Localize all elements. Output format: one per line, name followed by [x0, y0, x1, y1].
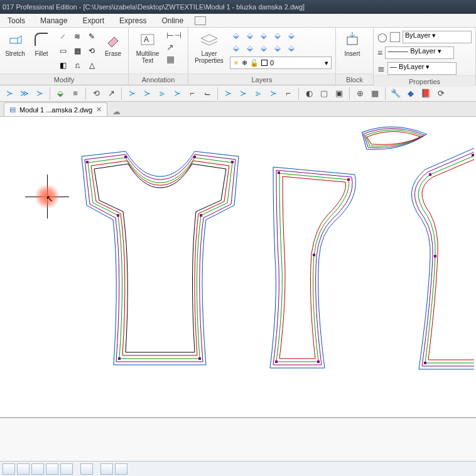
panel-layers: Layer Properties ⬙⬙⬙⬙⬙ ⬙⬙⬙⬙⬙ ☀ ❄ 🔓 0 ▾	[188, 28, 336, 85]
tool-icon[interactable]: ⌐	[281, 87, 295, 100]
status-button[interactable]	[100, 463, 113, 475]
status-button[interactable]	[31, 463, 44, 475]
tool-icon[interactable]: ≋	[71, 30, 84, 43]
current-layer-dropdown[interactable]: ☀ ❄ 🔓 0 ▾	[230, 57, 332, 69]
arrow-tool-icon[interactable]: ≻	[33, 87, 46, 100]
tool-icon[interactable]: ◧	[57, 59, 69, 72]
tool-icon[interactable]: ▦	[368, 87, 382, 100]
insert-button[interactable]: Insert	[340, 30, 365, 57]
tool-icon[interactable]: ⟳	[434, 87, 448, 100]
tool-icon[interactable]: △	[85, 59, 98, 72]
tool-icon[interactable]: ⎌	[71, 59, 84, 72]
menu-manage[interactable]: Manage	[33, 16, 75, 25]
arrow-tool-icon[interactable]: ≻	[125, 87, 139, 100]
menu-export[interactable]: Export	[75, 16, 112, 25]
tool-icon[interactable]: ⟲	[85, 45, 98, 57]
arrow-tool-icon[interactable]: ≻	[170, 87, 184, 100]
tool-icon[interactable]: ⊕	[353, 87, 367, 100]
layer-tool-icon[interactable]: ⬙	[257, 43, 270, 53]
status-button[interactable]	[3, 463, 15, 475]
lineweight-dropdown[interactable]: ——— ByLayer ▾	[385, 46, 454, 59]
layer-tool-icon[interactable]: ⬙	[230, 43, 242, 53]
layer-tool-icon[interactable]: ⬙	[285, 43, 298, 53]
color-icon[interactable]: ◯	[377, 32, 387, 42]
panel-properties: ◯ ByLayer ▾ ≡ ——— ByLayer ▾ ≣ — ByLayer …	[374, 28, 476, 85]
tool-icon[interactable]: ⬙	[53, 87, 67, 100]
tool-icon[interactable]: ⟲	[89, 87, 103, 100]
layer-properties-button[interactable]: Layer Properties	[192, 30, 226, 64]
svg-rect-17	[472, 154, 474, 156]
tool-icon[interactable]: ≡	[68, 87, 82, 100]
arrow-tool-icon[interactable]: ≻	[3, 87, 16, 100]
arrow-tool-icon[interactable]: ≻	[140, 87, 154, 100]
arrow-tool-icon[interactable]: ≫	[18, 87, 31, 100]
tool-icon[interactable]: 📕	[419, 87, 433, 100]
menu-online[interactable]: Online	[154, 16, 191, 25]
layer-tool-icon[interactable]: ⬙	[230, 30, 242, 40]
layer-tool-icon[interactable]: ⬙	[244, 30, 256, 40]
quick-toolbar: ≻ ≫ ≻ ⬙ ≡ ⟲ ↗ ≻ ≻ ⪢ ≻ ⌐ ⌙ ≻ ≻ ⪢ ≻ ⌐ ◐ ▢ …	[0, 85, 476, 102]
tool-icon[interactable]: ◐	[302, 87, 316, 100]
tool-icon[interactable]: ▣	[332, 87, 346, 100]
color-swatch	[390, 32, 400, 42]
menu-expand-icon[interactable]	[195, 16, 206, 25]
multiline-text-button[interactable]: A Multiline Text	[133, 30, 163, 64]
svg-rect-0	[10, 38, 18, 43]
tool-icon[interactable]: ▢	[317, 87, 331, 100]
stretch-button[interactable]: Stretch	[4, 30, 26, 57]
arrow-tool-icon[interactable]: ≻	[236, 87, 250, 100]
command-line-area[interactable]	[0, 417, 476, 461]
panel-annotation: A Multiline Text ⊢⊣ ↗ ▦ Annotation	[129, 28, 188, 85]
window-title: 017 Professional Edition - [C:\Users\iza…	[3, 3, 305, 11]
layer-tool-icon[interactable]: ⬙	[257, 30, 270, 40]
menu-express[interactable]: Express	[112, 16, 154, 25]
tool-icon[interactable]: ↗	[104, 87, 118, 100]
arrow-tool-icon[interactable]: ⪢	[155, 87, 169, 100]
svg-rect-20	[424, 362, 426, 364]
arrow-tool-icon[interactable]: ⪢	[251, 87, 265, 100]
linetype-icon[interactable]: ≣	[377, 63, 385, 73]
cloud-icon[interactable]: ☁	[112, 107, 121, 116]
bulb-icon: ☀	[233, 59, 239, 67]
status-button[interactable]	[46, 463, 58, 475]
tool-icon[interactable]: ◆	[404, 87, 418, 100]
table-icon[interactable]: ▦	[166, 54, 181, 64]
menubar: Tools Manage Export Express Online	[0, 14, 476, 28]
color-dropdown[interactable]: ByLayer ▾	[403, 31, 472, 43]
tool-icon[interactable]: ⌙	[200, 87, 214, 100]
svg-rect-12	[278, 171, 280, 174]
tool-icon[interactable]: ✎	[85, 30, 98, 43]
status-button[interactable]	[17, 463, 30, 475]
linetype-dropdown[interactable]: — ByLayer ▾	[387, 62, 457, 75]
status-button[interactable]	[60, 463, 73, 475]
tool-icon[interactable]: ▭	[57, 45, 69, 57]
document-tab[interactable]: ▤ Moduł 1 ...amska 2.dwg ✕	[4, 102, 107, 116]
window-titlebar: 017 Professional Edition - [C:\Users\iza…	[0, 0, 476, 14]
svg-rect-13	[347, 178, 350, 181]
status-button[interactable]	[80, 463, 93, 475]
close-icon[interactable]: ✕	[96, 105, 102, 114]
arrow-tool-icon[interactable]: ≻	[266, 87, 280, 100]
arrow-tool-icon[interactable]: ≻	[221, 87, 235, 100]
svg-rect-16	[317, 360, 320, 363]
lock-icon: 🔓	[250, 59, 259, 67]
tool-icon[interactable]: ⟋	[57, 30, 69, 43]
layer-tool-icon[interactable]: ⬙	[271, 30, 284, 40]
svg-rect-5	[124, 156, 127, 158]
pattern-drawing	[0, 117, 476, 412]
tool-icon[interactable]: ▦	[71, 45, 84, 57]
tool-icon[interactable]: ⌐	[185, 87, 199, 100]
layer-tool-icon[interactable]: ⬙	[271, 43, 284, 53]
erase-button[interactable]: Erase	[102, 30, 124, 57]
leader-icon[interactable]: ↗	[166, 42, 181, 52]
status-button[interactable]	[115, 463, 127, 475]
fillet-button[interactable]: Fillet	[30, 30, 53, 57]
layer-tool-icon[interactable]: ⬙	[285, 30, 298, 40]
linear-dim-icon[interactable]: ⊢⊣	[166, 30, 181, 40]
tool-icon[interactable]: 🔧	[389, 87, 403, 100]
lineweight-icon[interactable]: ≡	[377, 48, 382, 58]
menu-tools[interactable]: Tools	[0, 16, 33, 25]
svg-rect-18	[429, 173, 431, 176]
drawing-canvas[interactable]: ↖	[0, 117, 476, 419]
layer-tool-icon[interactable]: ⬙	[244, 43, 256, 53]
